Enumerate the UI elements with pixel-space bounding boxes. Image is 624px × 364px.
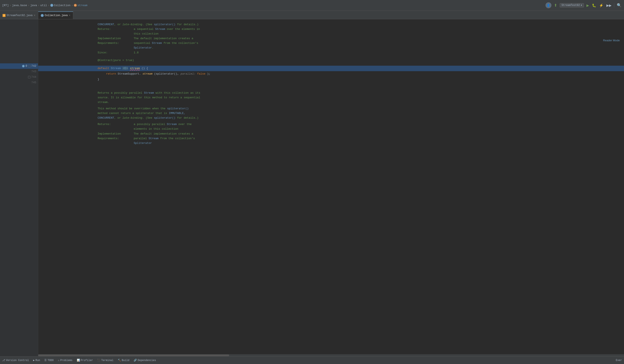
build-button[interactable]: 🔨 Build <box>118 359 130 362</box>
line-numbers-gutter: ↓ @ − 742 743 − 744 745 <box>0 19 38 356</box>
doc-block-2: Returns a possibly parallel Stream with … <box>38 88 624 149</box>
profiler-icon: 📊 <box>77 359 80 362</box>
interface-icon: i <box>50 4 53 7</box>
version-control-button[interactable]: ⎇ Version Control <box>2 359 29 362</box>
method-name-stream: stream <box>130 67 140 70</box>
dependencies-icon: 🔗 <box>134 359 137 362</box>
problems-icon: ⚠ <box>58 359 59 362</box>
breadcrumb-rt[interactable]: [RT] <box>2 4 9 7</box>
doc-override-line1: This method should be overridden when th… <box>98 106 624 111</box>
doc-override-line2: method cannot return a spliterator that … <box>98 111 624 116</box>
terminal-button[interactable]: ⬛ Terminal <box>97 359 113 362</box>
doc-table-returns-2: Returns: a possibly parallel Stream over… <box>98 122 624 131</box>
code-line-744: } <box>38 77 624 82</box>
gutter-doc-line <box>0 85 38 91</box>
gutter-doc-line <box>0 118 38 124</box>
tab-close-streamtest[interactable]: × <box>33 14 35 17</box>
doc-parallel-line1: Returns a possibly parallel Stream with … <box>98 91 624 95</box>
fold-icon-744[interactable]: − <box>28 76 30 78</box>
gutter-doc-line <box>0 19 38 25</box>
search-button[interactable]: 🔍 <box>616 2 622 8</box>
doc-override-line3: CONCURRENT, or late-binding. (See splite… <box>98 116 624 120</box>
doc-block-1: CONCURRENT, or late-binding. (See splite… <box>38 19 624 66</box>
divider <box>614 3 614 7</box>
generic-highlight: <E> <box>122 67 128 70</box>
gutter-doc-line <box>0 47 38 52</box>
nav-right: 👤 ⬆ StreamTest02 ▼ ▶ 🐛 ⚡ ▶▶ 🔍 <box>546 2 622 8</box>
doc-spacer <box>98 55 624 58</box>
line-num-744: 744 <box>31 75 36 79</box>
code-line-743: return StreamSupport. stream (spliterato… <box>38 71 624 77</box>
breadcrumb: [RT] › java.base › java › util › i Colle… <box>2 4 87 7</box>
gutter-doc-line <box>0 58 38 63</box>
tabs-bar: J StreamTest02.java × i Collection.java … <box>0 11 624 19</box>
run-button[interactable]: ▶ <box>586 3 589 8</box>
gutter-line-743: 743 <box>0 69 38 74</box>
doc-table-impl-2: ImplementationRequirements: The default … <box>98 132 624 146</box>
gutter-doc-line <box>0 52 38 58</box>
gutter-doc-line <box>0 102 38 107</box>
gutter-line-744: − 744 <box>0 74 38 80</box>
bottom-status-bar: ⎇ Version Control ▶ Run ☰ TODO ⚠ Problem… <box>0 356 624 364</box>
annotation-line: @Contract(pure = true) <box>98 58 624 63</box>
breadcrumb-stream-method[interactable]: m stream <box>74 4 87 7</box>
line-num-742: 742 <box>31 64 36 68</box>
code-line-745 <box>38 82 624 88</box>
doc-table-since: Since: 1.8 <box>98 50 624 55</box>
tab-collection[interactable]: i Collection.java × <box>38 11 73 19</box>
event-log-button[interactable]: Ever <box>616 359 622 362</box>
todo-button[interactable]: ☰ TODO <box>44 359 54 362</box>
gutter-doc-line <box>0 130 38 135</box>
terminal-icon: ⬛ <box>97 359 100 362</box>
gutter-doc-line <box>0 107 38 113</box>
reader-mode-button[interactable]: Reader Mode <box>603 39 620 42</box>
breakpoint-icon[interactable]: ↓ <box>22 65 25 67</box>
todo-icon: ☰ <box>44 359 47 362</box>
doc-table-returns-1: Returns: a sequential Stream over the el… <box>98 27 624 36</box>
coverage-button[interactable]: ⚡ <box>599 3 604 8</box>
scroll-thumb[interactable] <box>38 354 229 356</box>
gutter-doc-line <box>0 152 38 157</box>
code-content: Reader Mode CONCURRENT, or late-binding.… <box>38 19 624 356</box>
doc-spacer3 <box>98 120 624 122</box>
tab-streamtest02[interactable]: J StreamTest02.java × <box>0 11 38 19</box>
gutter-line-742: ↓ @ − 742 <box>0 63 38 69</box>
fold-icon[interactable]: − <box>28 65 30 67</box>
git-icon-bottom: ⎇ <box>2 359 5 362</box>
profiler-button[interactable]: 📊 Profiler <box>77 359 93 362</box>
gutter-doc-line <box>0 146 38 152</box>
horizontal-scrollbar[interactable] <box>38 354 624 356</box>
line-num-743: 743 <box>31 69 36 74</box>
more-run-options[interactable]: ▶▶ <box>606 3 612 8</box>
doc-parallel-line3: stream. <box>98 100 624 105</box>
run-icon-bottom: ▶ <box>33 359 35 362</box>
code-line-742: default Stream <E> stream () { <box>38 66 624 71</box>
gutter-doc-line <box>0 96 38 102</box>
breadcrumb-java[interactable]: java <box>30 4 37 7</box>
breadcrumb-collection[interactable]: i Collection <box>50 4 70 7</box>
tab-close-collection[interactable]: × <box>69 14 70 17</box>
gutter-line-745: 745 <box>0 80 38 85</box>
breadcrumb-util[interactable]: util <box>40 4 47 7</box>
build-icon: 🔨 <box>118 359 121 362</box>
run-config-selector[interactable]: StreamTest02 ▼ <box>560 3 584 7</box>
gutter-doc-line <box>0 135 38 140</box>
run-button-bottom[interactable]: ▶ Run <box>33 359 40 362</box>
git-icon[interactable]: ⬆ <box>554 2 558 8</box>
gutter-doc-line <box>0 124 38 130</box>
gutter-doc-line <box>0 91 38 96</box>
user-avatar[interactable]: 👤 <box>546 2 551 8</box>
doc-table-impl-1: ImplementationRequirements: The default … <box>98 36 624 50</box>
interface-file-icon: i <box>41 14 44 17</box>
breadcrumb-javabase[interactable]: java.base <box>12 4 27 7</box>
gutter-doc-line <box>0 140 38 146</box>
method-icon: m <box>74 4 77 7</box>
top-nav-bar: [RT] › java.base › java › util › i Colle… <box>0 0 624 11</box>
gutter-doc-line <box>0 25 38 30</box>
dependencies-button[interactable]: 🔗 Dependencies <box>134 359 156 362</box>
gutter-doc-line <box>0 113 38 118</box>
doc-parallel-line2: source. It is allowable for this method … <box>98 95 624 100</box>
debug-button[interactable]: 🐛 <box>592 3 597 8</box>
problems-button[interactable]: ⚠ Problems <box>58 359 73 362</box>
gutter-doc-line <box>0 30 38 36</box>
